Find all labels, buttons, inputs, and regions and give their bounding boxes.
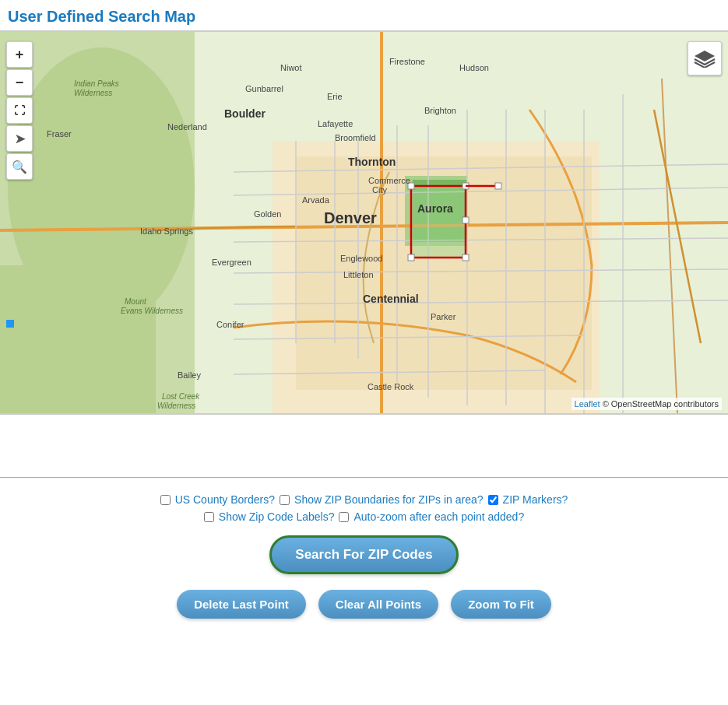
checkbox-row-2: Show Zip Code Labels? Auto-zoom after ea…	[0, 510, 728, 523]
svg-text:Thornton: Thornton	[348, 156, 396, 168]
svg-text:Boulder: Boulder	[224, 107, 266, 120]
svg-text:Arvada: Arvada	[302, 195, 330, 205]
svg-text:Denver: Denver	[324, 209, 377, 226]
svg-text:Littleton: Littleton	[343, 270, 374, 279]
zip-boundaries-checkbox[interactable]	[280, 495, 290, 505]
map-indicator-dot	[6, 320, 14, 328]
svg-text:Mount: Mount	[125, 297, 147, 306]
svg-text:Lafayette: Lafayette	[318, 119, 353, 128]
svg-text:Golden: Golden	[254, 209, 281, 219]
svg-text:Bailey: Bailey	[178, 370, 201, 380]
zoom-in-button[interactable]: +	[6, 41, 33, 68]
svg-text:Parker: Parker	[431, 312, 456, 321]
svg-text:Nederland: Nederland	[167, 122, 207, 132]
fullscreen-button[interactable]: ⛶	[6, 97, 33, 124]
svg-text:Firestone: Firestone	[389, 57, 425, 66]
svg-text:Broomfield: Broomfield	[335, 133, 376, 142]
svg-text:Brighton: Brighton	[424, 106, 456, 115]
svg-text:Centennial: Centennial	[363, 293, 419, 305]
map-controls-left: + − ⛶ ➤ 🔍	[6, 41, 33, 180]
attribution-text: © OpenStreetMap contributors	[603, 399, 719, 409]
zip-labels-checkbox[interactable]	[204, 512, 214, 522]
search-btn-wrapper: Search For ZIP Codes	[0, 535, 728, 574]
auto-zoom-checkbox[interactable]	[339, 512, 349, 522]
svg-rect-33	[462, 217, 469, 223]
county-borders-label[interactable]: US County Borders?	[175, 493, 275, 506]
zip-markers-label[interactable]: ZIP Markers?	[503, 493, 568, 506]
svg-text:Evergreen: Evergreen	[212, 258, 251, 267]
leaflet-link[interactable]: Leaflet	[575, 399, 600, 409]
svg-text:Lost Creek: Lost Creek	[162, 392, 200, 401]
svg-text:Wilderness: Wilderness	[157, 402, 195, 410]
svg-text:Gunbarrel: Gunbarrel	[245, 84, 283, 93]
county-borders-checkbox[interactable]	[160, 495, 171, 505]
svg-text:Niwot: Niwot	[280, 63, 302, 72]
search-zip-button[interactable]: Search For ZIP Codes	[269, 535, 458, 574]
delete-last-button[interactable]: Delete Last Point	[177, 590, 306, 619]
svg-text:Indian Peaks: Indian Peaks	[74, 79, 119, 88]
action-buttons-row: Delete Last Point Clear All Points Zoom …	[0, 590, 728, 619]
svg-marker-28	[411, 186, 466, 258]
svg-text:Erie: Erie	[327, 92, 343, 101]
search-map-button[interactable]: 🔍	[6, 153, 33, 180]
zoom-fit-button[interactable]: Zoom To Fit	[451, 590, 551, 619]
svg-rect-35	[495, 183, 501, 189]
controls-area: US County Borders? Show ZIP Boundaries f…	[0, 478, 728, 642]
svg-text:Englewood: Englewood	[340, 254, 382, 263]
layers-icon	[694, 49, 716, 68]
svg-rect-3	[0, 265, 156, 413]
svg-text:Hudson: Hudson	[459, 63, 489, 72]
zip-markers-checkbox[interactable]	[488, 495, 498, 505]
spacer	[0, 415, 728, 477]
svg-text:Commerce: Commerce	[368, 176, 410, 185]
svg-rect-32	[462, 254, 469, 261]
map-background: Indian Peaks Wilderness Niwot Firestone …	[0, 32, 728, 413]
auto-zoom-label[interactable]: Auto-zoom after each point added?	[353, 510, 524, 523]
svg-text:Aurora: Aurora	[417, 202, 453, 215]
svg-text:Castle Rock: Castle Rock	[368, 382, 414, 391]
map-layers-button[interactable]	[688, 41, 722, 75]
svg-text:Idaho Springs: Idaho Springs	[140, 226, 193, 236]
svg-text:Evans Wilderness: Evans Wilderness	[121, 307, 183, 315]
svg-rect-31	[408, 254, 414, 261]
svg-text:Fraser: Fraser	[47, 129, 72, 139]
svg-text:Wilderness: Wilderness	[74, 89, 112, 97]
map-attribution: Leaflet © OpenStreetMap contributors	[571, 398, 722, 410]
checkbox-row-1: US County Borders? Show ZIP Boundaries f…	[0, 493, 728, 506]
svg-text:Conifer: Conifer	[216, 320, 244, 329]
zip-labels-label[interactable]: Show Zip Code Labels?	[219, 510, 335, 523]
zoom-out-button[interactable]: −	[6, 69, 33, 96]
locate-button[interactable]: ➤	[6, 125, 33, 152]
page-title: User Defined Search Map	[0, 0, 728, 32]
clear-all-button[interactable]: Clear All Points	[318, 590, 438, 619]
map-svg: Indian Peaks Wilderness Niwot Firestone …	[0, 32, 728, 413]
map-container[interactable]: Indian Peaks Wilderness Niwot Firestone …	[0, 32, 728, 413]
zip-boundaries-label[interactable]: Show ZIP Boundaries for ZIPs in area?	[294, 493, 484, 506]
svg-text:City: City	[372, 185, 387, 195]
